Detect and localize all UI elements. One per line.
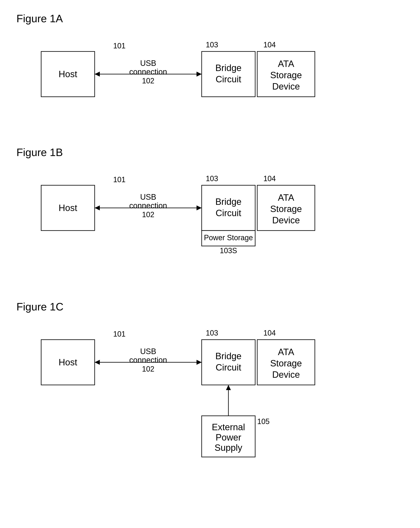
svg-text:Host: Host [59, 357, 77, 367]
svg-text:103: 103 [206, 41, 218, 49]
svg-text:Storage: Storage [270, 204, 302, 214]
svg-marker-53 [226, 385, 231, 390]
figure-1a-title: Figure 1A [16, 12, 404, 25]
svg-text:ATA: ATA [278, 59, 294, 69]
svg-text:Circuit: Circuit [216, 362, 241, 372]
svg-marker-56 [197, 360, 202, 365]
svg-text:103: 103 [206, 329, 218, 337]
svg-text:USB: USB [140, 347, 156, 356]
svg-marker-11 [197, 72, 202, 77]
svg-text:105: 105 [257, 417, 269, 426]
svg-text:Storage: Storage [270, 70, 302, 80]
svg-text:USB: USB [140, 59, 156, 68]
figure-1a-diagram: Host Bridge Circuit ATA Storage Device U… [33, 35, 404, 121]
svg-text:102: 102 [142, 77, 154, 85]
svg-marker-31 [197, 205, 202, 210]
svg-text:104: 104 [263, 329, 276, 337]
svg-text:104: 104 [263, 41, 276, 49]
svg-text:Storage: Storage [270, 358, 302, 368]
svg-text:103S: 103S [220, 246, 237, 255]
figure-1b-title: Figure 1B [16, 146, 404, 158]
svg-text:connection: connection [129, 68, 167, 76]
svg-text:connection: connection [129, 356, 167, 364]
svg-text:Device: Device [272, 215, 300, 225]
svg-text:101: 101 [113, 42, 126, 50]
svg-text:101: 101 [113, 330, 126, 338]
svg-text:Power Storage: Power Storage [204, 233, 253, 242]
figure-1a-section: Figure 1A Host Bridge Circuit ATA Storag… [16, 12, 404, 121]
figure-1b-section: Figure 1B Host Bridge Circuit Power Stor… [16, 146, 404, 276]
figure-1c-diagram: Host Bridge Circuit ATA Storage Device E… [33, 323, 404, 463]
svg-text:Bridge: Bridge [215, 351, 241, 361]
svg-text:103: 103 [206, 174, 218, 183]
svg-marker-30 [95, 205, 100, 210]
svg-text:connection: connection [129, 201, 167, 210]
svg-marker-55 [95, 360, 100, 365]
svg-text:102: 102 [142, 365, 154, 373]
svg-text:Supply: Supply [215, 443, 242, 453]
svg-text:Host: Host [59, 69, 77, 79]
figure-1c-section: Figure 1C Host Bridge Circuit ATA Storag… [16, 300, 404, 463]
svg-text:101: 101 [113, 175, 126, 184]
svg-text:Device: Device [272, 370, 300, 380]
svg-text:102: 102 [142, 210, 154, 219]
svg-text:Power: Power [216, 432, 241, 442]
svg-text:Circuit: Circuit [216, 208, 241, 218]
figure-1c-title: Figure 1C [16, 300, 404, 313]
svg-text:ATA: ATA [278, 347, 294, 357]
figure-1b-diagram: Host Bridge Circuit Power Storage ATA St… [33, 169, 404, 276]
svg-text:104: 104 [263, 174, 276, 183]
svg-text:Bridge: Bridge [215, 63, 241, 73]
svg-text:Device: Device [272, 81, 300, 91]
svg-text:Host: Host [59, 203, 77, 213]
svg-text:Bridge: Bridge [215, 197, 241, 207]
svg-marker-10 [95, 72, 100, 77]
svg-text:ATA: ATA [278, 192, 294, 203]
svg-text:Circuit: Circuit [216, 74, 241, 84]
svg-text:USB: USB [140, 193, 156, 201]
svg-text:External: External [212, 422, 245, 432]
